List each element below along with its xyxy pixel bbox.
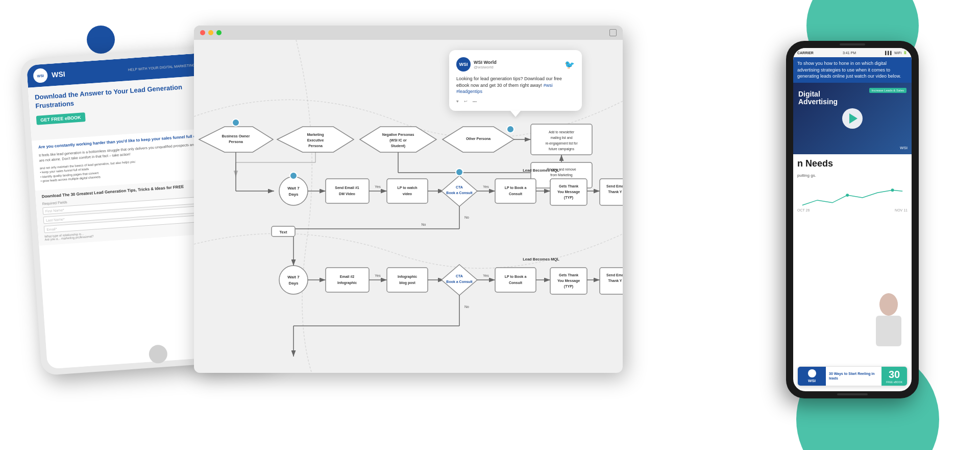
tablet-hero-title: Download the Answer to Your Lead Generat… [35, 82, 196, 111]
svg-point-115 [846, 194, 849, 197]
phone-ebook-logo-section: WSI [798, 367, 826, 386]
phone-subtext: putting gs. [793, 173, 912, 182]
svg-text:Yes: Yes [375, 185, 381, 188]
svg-text:No: No [422, 223, 426, 226]
svg-text:Yes: Yes [483, 274, 489, 277]
svg-text:future campaigns: future campaigns [549, 147, 575, 151]
svg-text:Thank Y: Thank Y [608, 279, 622, 282]
twitter-card: WSI WSI World @wsiworld 🐦 Looking for le… [449, 50, 582, 111]
video-label-overlay: Increase Leads & Sales [869, 88, 906, 93]
svg-point-114 [891, 188, 894, 192]
svg-text:(TYP): (TYP) [564, 285, 573, 289]
twitter-more-action[interactable]: ••• [473, 99, 477, 104]
phone-carrier-label: CARRIER [797, 51, 814, 55]
titlebar-maximize[interactable] [216, 30, 222, 35]
phone-video-play-button[interactable] [842, 108, 863, 129]
phone-ebook-content: 30 Ways to Start Reeling in leads [826, 367, 881, 386]
svg-text:Send Ema: Send Ema [606, 184, 623, 188]
twitter-retweet-action[interactable]: ↩ [464, 99, 468, 104]
svg-text:Days: Days [288, 281, 299, 286]
svg-text:Wait 7: Wait 7 [287, 275, 300, 279]
bg-circle-blue-left [87, 26, 115, 54]
twitter-like-action[interactable]: ♥ [456, 99, 459, 104]
svg-point-32 [232, 119, 239, 126]
phone-video-section[interactable]: DigitalAdvertising Increase Leads & Sale… [793, 83, 912, 154]
laptop-titlebar [194, 26, 623, 40]
phone-person-image [866, 289, 912, 350]
svg-text:Persona: Persona [308, 144, 323, 148]
svg-text:LP to watch: LP to watch [397, 186, 417, 190]
svg-rect-84 [387, 268, 428, 292]
svg-text:LP to Book a: LP to Book a [505, 186, 527, 190]
svg-text:No: No [464, 305, 469, 309]
laptop-screen: Business Owner Persona Marketing Executi… [194, 40, 623, 373]
phone-ebook-title: 30 Ways to Start Reeling in leads [829, 372, 878, 381]
video-title-overlay: DigitalAdvertising [798, 90, 838, 106]
scene: WSI WSI HELP WITH YOUR DIGITAL MARKETING… [0, 0, 980, 450]
phone-screen: CARRIER 3:41 PM ▌▌▌ WiFi 🔋 To show you h… [793, 48, 912, 391]
battery-icon: 🔋 [903, 51, 908, 55]
svg-text:Email #2: Email #2 [340, 275, 355, 278]
titlebar-expand-icon[interactable] [609, 29, 617, 36]
svg-text:Consult: Consult [509, 281, 523, 285]
phone-device: CARRIER 3:41 PM ▌▌▌ WiFi 🔋 To show you h… [786, 41, 919, 398]
svg-text:Infographic: Infographic [398, 275, 417, 279]
svg-text:Negative Personas: Negative Personas [382, 133, 414, 137]
svg-text:Add to newsletter: Add to newsletter [549, 130, 575, 134]
svg-rect-117 [876, 316, 901, 346]
titlebar-minimize[interactable] [208, 30, 213, 35]
phone-home-indicator[interactable] [837, 393, 868, 395]
svg-text:mailing list and: mailing list and [551, 136, 573, 140]
phone-ebook-banner[interactable]: WSI 30 Ways to Start Reeling in leads 30… [797, 366, 908, 386]
play-triangle-icon [849, 113, 857, 124]
svg-rect-40 [326, 179, 369, 203]
svg-text:Gets Thank: Gets Thank [559, 184, 578, 188]
svg-text:Business Owner: Business Owner [222, 134, 250, 138]
svg-text:Yes: Yes [375, 274, 381, 277]
svg-text:You Message: You Message [557, 190, 580, 194]
svg-text:Student): Student) [391, 144, 405, 148]
svg-text:Book a Consult: Book a Consult [446, 280, 473, 283]
twitter-user-info: WSI World @wsiworld [474, 60, 565, 69]
svg-text:Yes: Yes [483, 185, 489, 188]
svg-text:Gets Thank: Gets Thank [559, 273, 578, 277]
svg-text:Days: Days [288, 192, 299, 197]
svg-point-36 [290, 172, 297, 179]
phone-ebook-logo-circle [808, 369, 816, 377]
video-wsi-watermark: WSI [900, 146, 908, 150]
svg-text:Send Ema: Send Ema [606, 273, 623, 277]
tablet-get-ebook-button[interactable]: GET FREE eBOOK [36, 112, 86, 125]
tablet-hero-left: Download the Answer to Your Lead Generat… [35, 82, 198, 134]
titlebar-close[interactable] [200, 30, 205, 35]
svg-text:Lead Becomes MQL: Lead Becomes MQL [523, 257, 559, 262]
phone-camera [840, 43, 865, 45]
svg-text:CTA: CTA [456, 274, 463, 278]
svg-text:LP to Book a: LP to Book a [505, 275, 527, 278]
tablet-logo-circle: WSI [33, 68, 48, 83]
twitter-avatar: WSI [456, 57, 471, 72]
twitter-actions[interactable]: ♥ ↩ ••• [456, 99, 575, 104]
svg-text:re-engagement list for: re-engagement list for [545, 141, 578, 146]
phone-ebook-badge: FREE eBOOK [886, 381, 902, 384]
svg-text:Consult: Consult [509, 192, 523, 196]
svg-text:Other Persona: Other Persona [466, 137, 491, 140]
wifi-icon: WiFi [894, 51, 901, 55]
svg-text:CTA: CTA [456, 185, 463, 189]
phone-graph-svg [797, 185, 908, 210]
phone-time: 3:41 PM [843, 51, 856, 55]
phone-status-icons: ▌▌▌ WiFi 🔋 [885, 51, 908, 55]
svg-text:Text: Text [280, 230, 287, 234]
svg-rect-55 [495, 179, 536, 203]
laptop-device: Business Owner Persona Marketing Executi… [194, 26, 623, 373]
phone-graph-section [793, 183, 912, 208]
svg-text:No: No [464, 216, 469, 219]
phone-ebook-logo-text: WSI [808, 378, 816, 383]
svg-text:from Marketing: from Marketing [550, 173, 573, 177]
svg-text:Executive: Executive [307, 138, 324, 142]
svg-marker-5 [199, 127, 273, 152]
svg-text:Wait 7: Wait 7 [287, 186, 300, 191]
twitter-name: WSI World [474, 60, 565, 65]
phone-headline: n Needs [793, 154, 912, 173]
svg-text:video: video [403, 192, 412, 196]
svg-rect-93 [495, 268, 536, 292]
